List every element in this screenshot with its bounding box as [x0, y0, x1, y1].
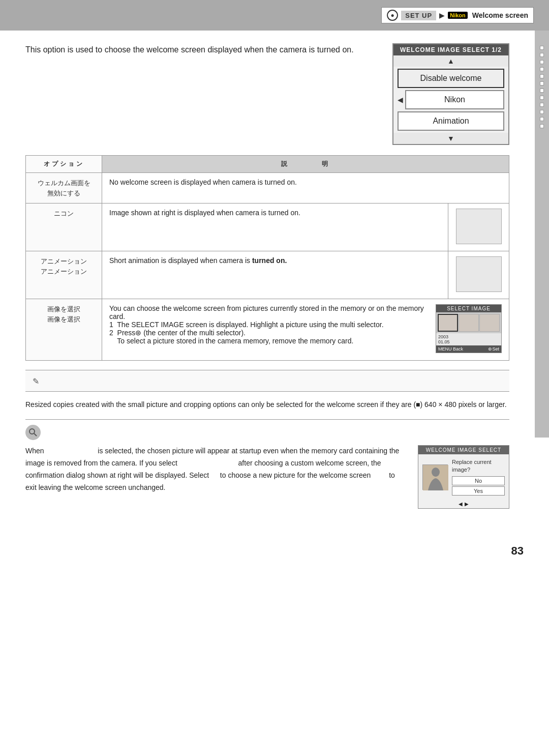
section2-japanese-header	[46, 428, 117, 437]
welcome-small-nav-right[interactable]: ▶	[465, 501, 469, 507]
preview-image-animation	[456, 256, 502, 292]
welcome-small-option-no[interactable]: No	[452, 476, 505, 485]
welcome-small-nav-left[interactable]: ◀	[459, 501, 463, 507]
welcome-panel-left-arrow: ◀	[398, 96, 403, 104]
sidebar-dot	[540, 74, 544, 78]
sidebar-right	[535, 31, 549, 438]
welcome-panel-item-nikon-row: ◀ Nikon	[398, 90, 504, 109]
welcome-panel-arrow-down[interactable]: ▼	[393, 133, 508, 144]
welcome-panel-item-nikon[interactable]: Nikon	[405, 90, 504, 109]
welcome-small-nav: ◀ ▶	[418, 500, 509, 508]
welcome-small-image	[422, 464, 448, 490]
sidebar-dot	[540, 81, 544, 85]
svg-line-1	[34, 433, 37, 436]
body-text-2: When is selected, the chosen picture wil…	[25, 445, 408, 493]
table-cell-preview-animation	[448, 251, 509, 299]
table-cell-option: ウェルカム画面を無効にする	[26, 173, 102, 203]
sidebar-dot	[540, 96, 544, 100]
nikon-logo: Nikon	[448, 12, 468, 19]
sidebar-dot	[540, 67, 544, 71]
header-japanese-title	[15, 9, 143, 22]
table-row: アニメーションアニメーション Short animation is displa…	[26, 251, 509, 299]
select-image-date: 200301.05	[436, 333, 501, 345]
sidebar-dot	[540, 110, 544, 114]
welcome-small-right: Replace current image? No Yes	[452, 458, 505, 496]
sidebar-dot	[540, 117, 544, 121]
welcome-small-prompt: Replace current image?	[452, 458, 505, 473]
welcome-small-options: No Yes	[452, 476, 505, 496]
welcome-panel-item-disable[interactable]: Disable welcome	[398, 69, 504, 88]
welcome-small-panel-title: WELCOME IMAGE SELECT	[418, 446, 509, 454]
select-image-set[interactable]: ⊛Set	[488, 346, 499, 352]
table-cell-description-select: SELECT IMAGE 200301.05 MENU Back ⊛Set Yo…	[102, 299, 509, 361]
table-cell-option-select: 画像を選択画像を選択	[26, 299, 102, 361]
table-header-option: オプション	[26, 156, 102, 173]
svg-point-0	[29, 429, 35, 434]
table-row: ニコン Image shown at right is displayed wh…	[26, 203, 509, 251]
table-row: 画像を選択画像を選択 SELECT IMAGE 200301.05 MENU	[26, 299, 509, 361]
select-image-thumb-1[interactable]	[438, 314, 458, 332]
header-bar: SET UP ▶ Nikon Welcome screen	[0, 0, 549, 31]
welcome-image-select-small-panel: WELCOME IMAGE SELECT Replace current ima…	[418, 445, 509, 509]
intro-text: This option is used to choose the welcom…	[25, 43, 392, 56]
table-cell-preview	[448, 203, 509, 251]
sidebar-dot	[540, 103, 544, 107]
svg-point-3	[432, 468, 440, 477]
note-icon: ✎	[33, 376, 39, 386]
table-row: ウェルカム画面を無効にする No welcome screen is displ…	[26, 173, 509, 203]
intro-section: This option is used to choose the welcom…	[25, 43, 509, 145]
caption-text: Resized copies created with the small pi…	[25, 399, 509, 410]
select-image-thumb-2[interactable]	[459, 314, 479, 332]
section2-header	[25, 425, 509, 440]
select-image-back[interactable]: MENU Back	[438, 346, 463, 352]
table-cell-description: Image shown at right is displayed when c…	[102, 203, 448, 251]
select-image-thumb-3[interactable]	[479, 314, 500, 332]
note-section: ✎	[25, 370, 509, 392]
welcome-panel-title: WELCOME IMAGE SELECT 1/2	[393, 44, 508, 55]
select-image-panel: SELECT IMAGE 200301.05 MENU Back ⊛Set	[436, 304, 502, 353]
table-header-description: 説 明	[102, 156, 509, 173]
page-number: 83	[0, 534, 549, 568]
breadcrumb: SET UP ▶ Nikon Welcome screen	[381, 7, 534, 23]
table-cell-description: Short animation is displayed when camera…	[102, 251, 448, 299]
select-image-grid	[436, 312, 501, 333]
sidebar-dot	[540, 89, 544, 93]
table-cell-description: No welcome screen is displayed when came…	[102, 173, 509, 203]
note-japanese-text	[44, 375, 170, 386]
select-image-title: SELECT IMAGE	[436, 305, 501, 312]
section2-icon	[25, 425, 41, 440]
welcome-panel-arrow-up[interactable]: ▲	[393, 55, 508, 67]
breadcrumb-arrow: ▶	[439, 11, 445, 19]
sidebar-dot	[540, 46, 544, 50]
content-table: オプション 説 明 ウェルカム画面を無効にする No welcome scree…	[25, 155, 509, 361]
body-section-2: When is selected, the chosen picture wil…	[25, 445, 509, 509]
welcome-small-option-yes[interactable]: Yes	[452, 486, 505, 496]
sidebar-dot	[540, 53, 544, 57]
table-cell-option: アニメーションアニメーション	[26, 251, 102, 299]
main-content: This option is used to choose the welcom…	[0, 31, 535, 534]
section-divider	[25, 419, 509, 420]
select-image-footer: MENU Back ⊛Set	[436, 345, 501, 353]
welcome-small-content: Replace current image? No Yes	[418, 454, 509, 500]
setup-icon	[387, 10, 398, 21]
breadcrumb-setup-label: SET UP	[401, 11, 436, 20]
welcome-image-select-panel: WELCOME IMAGE SELECT 1/2 ▲ Disable welco…	[392, 43, 509, 145]
sidebar-dot	[540, 60, 544, 64]
breadcrumb-welcome-label: Welcome screen	[472, 11, 528, 19]
table-cell-option: ニコン	[26, 203, 102, 251]
welcome-panel-item-animation[interactable]: Animation	[398, 111, 504, 131]
preview-image	[456, 209, 502, 244]
sidebar-dot	[540, 124, 544, 128]
